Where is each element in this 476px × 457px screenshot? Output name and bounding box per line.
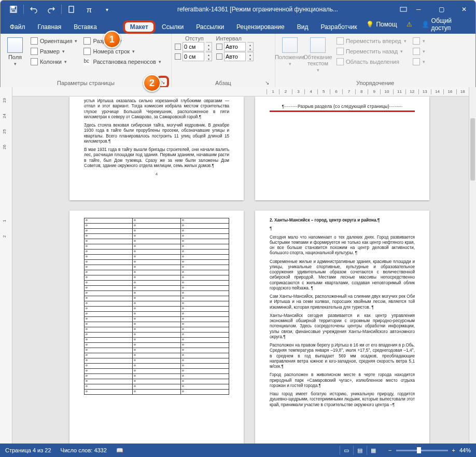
spacing-after[interactable]: ▴▾	[216, 52, 254, 61]
callout-marker-2: 2	[143, 74, 161, 92]
tab-references[interactable]: Ссылки	[156, 20, 190, 34]
status-bar: Страница 4 из 22 Число слов: 4332 📖 ▭ ▤ …	[0, 444, 476, 457]
share-button[interactable]: 👤Общий доступ	[418, 15, 470, 34]
group-label-paragraph: Абзац ↘	[175, 79, 272, 87]
tell-me[interactable]: 💡Помощ	[363, 19, 400, 30]
vertical-scrollbar[interactable]	[469, 87, 476, 444]
view-read-icon[interactable]: ▭	[340, 446, 352, 455]
section-break-underline	[270, 110, 415, 112]
group-arrange: Положение▾ Обтекание текстом▾ Переместит…	[275, 34, 475, 87]
breaks-button[interactable]: Разрывы▾	[81, 36, 163, 46]
zoom-out-icon[interactable]: −	[388, 447, 391, 453]
group-button[interactable]: ▾	[411, 47, 427, 56]
svg-rect-3	[69, 6, 74, 12]
ribbon-options-icon[interactable]	[400, 6, 407, 13]
rotate-button[interactable]: ▾	[411, 57, 427, 66]
svg-rect-4	[400, 7, 407, 11]
line-numbers-button[interactable]: Номера строк▾	[81, 47, 163, 56]
send-backward-button[interactable]: Переместить назад▾	[334, 47, 409, 56]
tab-layout[interactable]: Макет	[123, 20, 156, 34]
tab-review[interactable]: Рецензирование	[230, 20, 291, 34]
svg-rect-2	[11, 10, 16, 12]
status-page[interactable]: Страница 4 из 22	[5, 447, 51, 453]
ribbon-tabs: Файл Главная Вставка 1 Макет Ссылки Расс…	[1, 18, 475, 34]
scrollbar-thumb[interactable]	[470, 118, 475, 181]
status-word-count[interactable]: Число слов: 4332	[61, 447, 107, 453]
position-button[interactable]: Положение▾	[278, 35, 301, 79]
document-area: 23 24 25 26 1 2 12345678910111213141618 …	[0, 87, 476, 444]
view-buttons: ▭ ▤ ▦	[340, 446, 379, 455]
margins-button[interactable]: Поля▾	[4, 35, 26, 79]
tab-view[interactable]: Вид	[291, 20, 315, 34]
wrap-text-button[interactable]: Обтекание текстом▾	[303, 35, 332, 79]
undo-icon[interactable]	[25, 1, 43, 18]
align-button[interactable]: ▾	[411, 36, 427, 46]
spacing-label: Интервал	[216, 35, 242, 41]
warning-icon[interactable]: ⚠	[403, 19, 415, 30]
view-print-icon[interactable]: ▤	[353, 446, 366, 455]
document-viewport[interactable]: 12345678910111213141618 устья Иртыша ока…	[12, 87, 476, 444]
orientation-button[interactable]: Ориентация▾	[29, 36, 79, 46]
group-paragraph: Отступ Интервал ▴▾ ▴▾ ▴▾ ▴▾ Абзац ↘	[172, 34, 275, 87]
window-title: referatbank-14361 [Режим ограниченной фу…	[116, 6, 400, 13]
group-label-arrange: Упорядочение	[278, 79, 472, 87]
indent-label: Отступ	[185, 35, 204, 41]
zoom-in-icon[interactable]: +	[452, 447, 455, 453]
zoom-control[interactable]: − + 44%	[388, 447, 471, 453]
page-5: ¶··········Разрыв раздела (со следующей …	[255, 96, 429, 200]
hyphenation-button[interactable]: bcРасстановка переносов▾	[81, 57, 163, 66]
pi-icon[interactable]: π	[80, 1, 98, 18]
zoom-value[interactable]: 44%	[459, 447, 471, 453]
indent-right[interactable]: ▴▾	[175, 52, 212, 61]
selection-pane-button[interactable]: Область выделения	[334, 57, 409, 66]
status-proofing-icon[interactable]: 📖	[116, 447, 123, 454]
size-button[interactable]: Размер▾	[29, 47, 79, 56]
tab-mailings[interactable]: Рассылки	[190, 20, 230, 34]
bring-forward-button[interactable]: Переместить вперед▾	[334, 36, 409, 46]
indent-left[interactable]: ▴▾	[175, 42, 212, 51]
new-doc-icon[interactable]	[63, 1, 80, 18]
quick-access-toolbar: π ▾	[1, 1, 116, 18]
section-break-text: ¶··········Разрыв раздела (со следующей …	[270, 104, 415, 109]
qat-customize-icon[interactable]: ▾	[98, 1, 116, 18]
paragraph-launcher[interactable]: ↘	[263, 79, 271, 86]
page-7: 2. Ханты-Мансийск – город, центр округа …	[255, 211, 429, 444]
svg-rect-1	[11, 6, 15, 8]
document-table: ¤¤¤¤¤¤¤¤¤¤¤¤¤¤¤¤¤¤¤¤¤¤¤¤¤¤¤¤¤¤¤¤¤¤¤¤¤¤¤¤…	[84, 218, 229, 395]
tab-home[interactable]: Главная	[32, 20, 68, 34]
redo-icon[interactable]	[43, 1, 60, 18]
zoom-slider[interactable]	[396, 450, 448, 451]
tab-developer[interactable]: Разработчик	[314, 20, 363, 34]
columns-button[interactable]: Колонки▾	[29, 57, 79, 66]
ribbon: Поля▾ Ориентация▾ Размер▾ Колонки▾ Разры…	[1, 34, 475, 88]
view-web-icon[interactable]: ▦	[367, 446, 379, 455]
tab-file[interactable]: Файл	[4, 20, 32, 34]
callout-marker-1: 1	[103, 31, 121, 48]
page-6: ¤¤¤¤¤¤¤¤¤¤¤¤¤¤¤¤¤¤¤¤¤¤¤¤¤¤¤¤¤¤¤¤¤¤¤¤¤¤¤¤…	[69, 211, 244, 444]
save-icon[interactable]	[5, 1, 22, 18]
horizontal-ruler: 12345678910111213141618	[12, 87, 469, 96]
spacing-before[interactable]: ▴▾	[216, 42, 254, 51]
tab-insert[interactable]: Вставка	[67, 20, 103, 34]
vertical-ruler: 23 24 25 26 1 2	[0, 87, 12, 444]
page-4-bottom: устья Иртыша оказалась сильно изрезанной…	[69, 96, 244, 200]
